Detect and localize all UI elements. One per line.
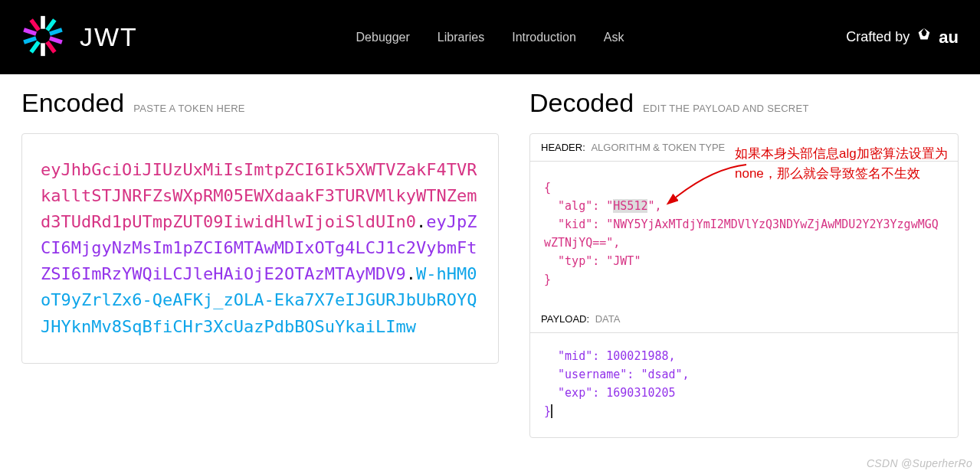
encoded-subtitle: PASTE A TOKEN HERE xyxy=(133,103,245,114)
header-alg-close: ", xyxy=(647,199,661,213)
payload-mid-line: "mid": 100021988, xyxy=(558,349,676,363)
header-json-close: } xyxy=(544,273,551,286)
header-panel-head: HEADER: ALGORITHM & TOKEN TYPE xyxy=(530,134,958,162)
decoded-container: HEADER: ALGORITHM & TOKEN TYPE { "alg": … xyxy=(529,133,959,438)
payload-panel-body[interactable]: "mid": 100021988, "username": "dsad", "e… xyxy=(530,333,958,437)
svg-rect-6 xyxy=(49,36,63,44)
auth0-brand-text: au xyxy=(939,28,959,47)
encoded-token-text: eyJhbGciOiJIUzUxMiIsImtpZCI6Ik5XWTVZakF4… xyxy=(41,157,480,340)
header-kid-line: "kid": "NWY5YjAxMTdjYmI2MDVlYzQ3NDYwZjAw… xyxy=(544,217,939,250)
payload-exp-line: "exp": 1690310205 xyxy=(558,386,676,400)
svg-rect-3 xyxy=(29,40,40,53)
svg-rect-1 xyxy=(41,43,45,56)
payload-username-line: "username": "dsad", xyxy=(558,368,690,381)
decoded-subtitle: EDIT THE PAYLOAD AND SECRET xyxy=(643,103,809,114)
logo-group[interactable]: JWT xyxy=(21,15,138,60)
page-header: JWT Debugger Libraries Introduction Ask … xyxy=(0,0,980,74)
nav-libraries[interactable]: Libraries xyxy=(438,31,484,44)
svg-rect-5 xyxy=(23,36,37,44)
watermark: CSDN @SuperherRo xyxy=(867,457,972,469)
nav-debugger[interactable]: Debugger xyxy=(356,31,410,44)
payload-label: PAYLOAD: xyxy=(541,313,589,325)
encoded-title: Encoded xyxy=(21,88,124,118)
token-dot-2: . xyxy=(406,264,416,283)
logo-text: JWT xyxy=(80,22,138,52)
encoded-header: Encoded PASTE A TOKEN HERE xyxy=(21,88,499,118)
header-typ-line: "typ": "JWT" xyxy=(558,254,641,268)
svg-rect-7 xyxy=(23,28,37,36)
jwt-logo-icon xyxy=(21,15,64,60)
svg-point-10 xyxy=(923,31,927,36)
token-header-part: eyJhbGciOiJIUzUxMiIsImtpZCI6Ik5XWTVZakF4… xyxy=(41,160,477,231)
token-dot-1: . xyxy=(416,212,426,231)
header-sublabel: ALGORITHM & TOKEN TYPE xyxy=(591,142,725,153)
crafted-by-label: Crafted by xyxy=(846,29,910,45)
payload-sublabel: DATA xyxy=(595,313,621,325)
decoded-header: Decoded EDIT THE PAYLOAD AND SECRET xyxy=(529,88,959,118)
svg-rect-8 xyxy=(45,40,56,53)
header-alg-open: " xyxy=(606,199,613,213)
auth0-logo-icon xyxy=(916,27,932,47)
header-panel-body[interactable]: { "alg": "HS512", "kid": "NWY5YjAxMTdjYm… xyxy=(530,162,958,306)
main-nav: Debugger Libraries Introduction Ask xyxy=(356,31,624,44)
svg-rect-4 xyxy=(49,28,63,36)
header-label: HEADER: xyxy=(541,142,585,153)
encoded-column: Encoded PASTE A TOKEN HERE eyJhbGciOiJIU… xyxy=(21,88,499,438)
svg-rect-2 xyxy=(45,18,56,31)
decoded-column: Decoded EDIT THE PAYLOAD AND SECRET HEAD… xyxy=(529,88,959,438)
text-cursor xyxy=(551,404,552,418)
crafted-by[interactable]: Crafted by au xyxy=(846,27,959,47)
encoded-token-input[interactable]: eyJhbGciOiJIUzUxMiIsImtpZCI6Ik5XWTVZakF4… xyxy=(21,133,499,364)
svg-rect-0 xyxy=(41,15,45,28)
decoded-title: Decoded xyxy=(529,88,634,118)
header-json-open: { xyxy=(544,181,551,195)
payload-json-close: } xyxy=(544,404,551,418)
content-area: Encoded PASTE A TOKEN HERE eyJhbGciOiJIU… xyxy=(0,74,980,438)
header-alg-value: HS512 xyxy=(613,199,647,213)
payload-panel-head: PAYLOAD: DATA xyxy=(530,306,958,333)
header-alg-key: "alg": xyxy=(558,199,606,213)
svg-rect-9 xyxy=(29,18,40,31)
nav-introduction[interactable]: Introduction xyxy=(512,31,576,44)
nav-ask[interactable]: Ask xyxy=(604,31,624,44)
